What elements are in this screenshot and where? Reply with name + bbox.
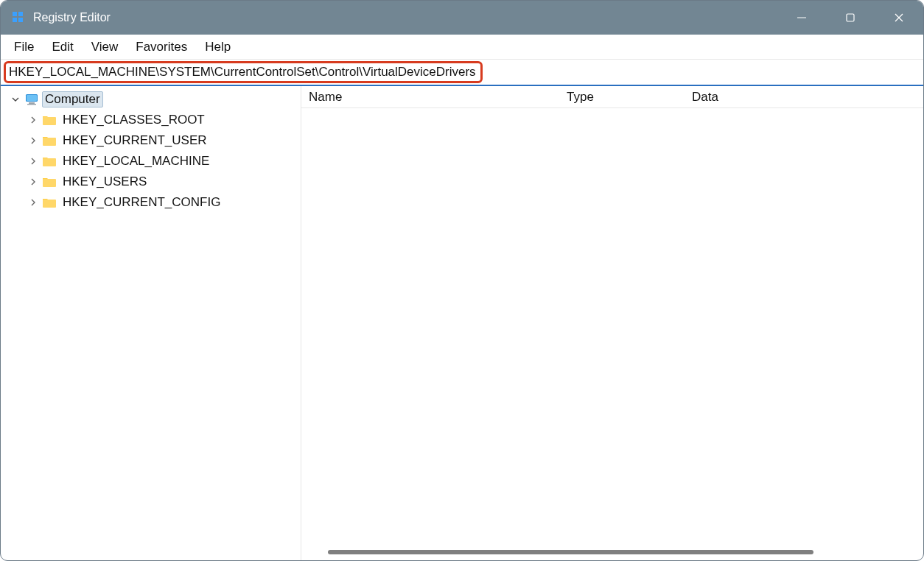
folder-icon bbox=[42, 133, 57, 148]
menu-file[interactable]: File bbox=[5, 37, 43, 57]
body: Computer HKEY_CLASSES_ROOT bbox=[1, 86, 923, 560]
app-icon bbox=[11, 10, 26, 25]
computer-icon bbox=[24, 92, 39, 107]
svg-rect-2 bbox=[13, 18, 17, 22]
values-header: Name Type Data bbox=[301, 86, 923, 108]
registry-editor-window: Registry Editor File Edit View Favorites… bbox=[0, 0, 924, 561]
svg-rect-12 bbox=[43, 117, 56, 125]
menu-view[interactable]: View bbox=[83, 37, 127, 57]
svg-rect-1 bbox=[18, 12, 23, 16]
folder-icon bbox=[42, 174, 57, 189]
menu-edit[interactable]: Edit bbox=[43, 37, 82, 57]
tree-node-hkcr[interactable]: HKEY_CLASSES_ROOT bbox=[1, 110, 301, 130]
svg-rect-9 bbox=[27, 95, 37, 101]
column-header-type[interactable]: Type bbox=[567, 90, 692, 105]
chevron-right-icon[interactable] bbox=[27, 176, 39, 188]
chevron-right-icon[interactable] bbox=[27, 135, 39, 147]
tree-node-hklm[interactable]: HKEY_LOCAL_MACHINE bbox=[1, 151, 301, 172]
folder-icon bbox=[42, 154, 57, 169]
menu-favorites[interactable]: Favorites bbox=[127, 37, 196, 57]
close-button[interactable] bbox=[875, 1, 923, 35]
svg-rect-0 bbox=[13, 12, 17, 16]
addressbar-row bbox=[1, 60, 923, 86]
tree-node-label: HKEY_CURRENT_CONFIG bbox=[60, 194, 223, 211]
chevron-right-icon[interactable] bbox=[27, 155, 39, 167]
tree-node-label: HKEY_LOCAL_MACHINE bbox=[60, 153, 212, 169]
minimize-button[interactable] bbox=[777, 1, 826, 35]
menu-help[interactable]: Help bbox=[196, 37, 239, 57]
svg-rect-10 bbox=[29, 102, 35, 104]
tree-node-label: HKEY_USERS bbox=[60, 174, 150, 190]
svg-rect-3 bbox=[18, 18, 23, 22]
tree-node-computer[interactable]: Computer bbox=[1, 89, 301, 110]
values-list[interactable] bbox=[301, 108, 923, 547]
tree-pane[interactable]: Computer HKEY_CLASSES_ROOT bbox=[1, 86, 301, 560]
menubar: File Edit View Favorites Help bbox=[1, 35, 923, 60]
window-title: Registry Editor bbox=[33, 11, 111, 24]
svg-rect-5 bbox=[847, 14, 854, 21]
chevron-down-icon[interactable] bbox=[10, 94, 21, 105]
chevron-right-icon[interactable] bbox=[27, 197, 39, 208]
chevron-right-icon[interactable] bbox=[27, 114, 39, 126]
horizontal-scrollbar[interactable] bbox=[301, 547, 923, 560]
column-header-name[interactable]: Name bbox=[309, 90, 567, 105]
svg-rect-15 bbox=[43, 179, 56, 187]
tree-node-label: Computer bbox=[42, 91, 103, 107]
svg-rect-11 bbox=[27, 104, 36, 105]
folder-icon bbox=[42, 195, 57, 210]
svg-rect-13 bbox=[43, 138, 56, 146]
svg-rect-16 bbox=[43, 200, 56, 208]
tree-node-label: HKEY_CLASSES_ROOT bbox=[60, 112, 208, 128]
addressbar-highlight bbox=[4, 61, 483, 83]
column-header-data[interactable]: Data bbox=[692, 90, 923, 105]
tree-node-hku[interactable]: HKEY_USERS bbox=[1, 172, 301, 192]
values-pane: Name Type Data bbox=[301, 86, 923, 560]
tree-node-label: HKEY_CURRENT_USER bbox=[60, 133, 210, 149]
address-input[interactable] bbox=[7, 63, 479, 81]
maximize-button[interactable] bbox=[826, 1, 875, 35]
scrollbar-thumb[interactable] bbox=[328, 550, 813, 554]
svg-rect-14 bbox=[43, 158, 56, 166]
tree-node-hkcu[interactable]: HKEY_CURRENT_USER bbox=[1, 130, 301, 151]
titlebar: Registry Editor bbox=[1, 1, 923, 35]
folder-icon bbox=[42, 113, 57, 127]
tree-node-hkcc[interactable]: HKEY_CURRENT_CONFIG bbox=[1, 192, 301, 213]
